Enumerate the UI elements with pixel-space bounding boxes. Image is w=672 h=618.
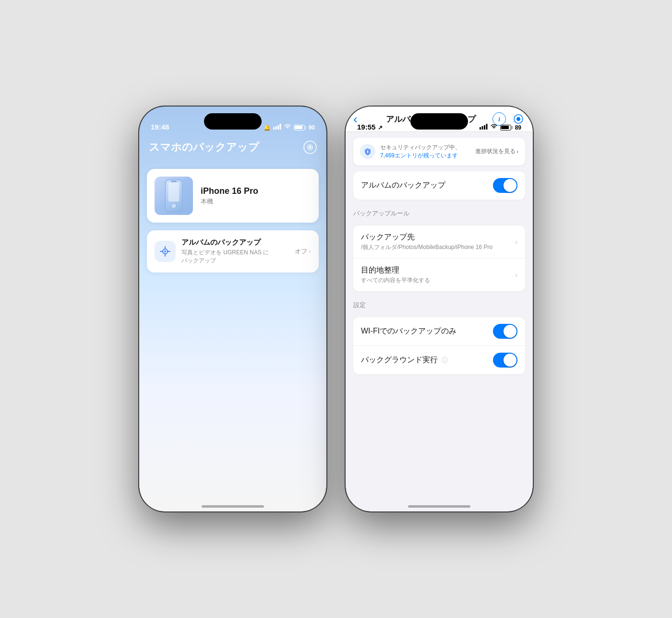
backup-text: アルバムのバックアップ 写真とビデオを UGREEN NAS にバックアップ xyxy=(181,238,289,265)
device-name: iPhone 16 Pro xyxy=(201,186,258,196)
backup-destination-label: バックアップ先 xyxy=(361,232,515,242)
svg-rect-9 xyxy=(171,181,177,183)
organize-row[interactable]: 目的地整理 すべての内容を平準化する › xyxy=(353,259,525,291)
record-icon[interactable] xyxy=(303,141,317,154)
battery-percent-2: 89 xyxy=(515,124,521,131)
security-icon xyxy=(360,144,375,159)
svg-rect-3 xyxy=(279,124,281,130)
backup-desc: 写真とビデオを UGREEN NAS にバックアップ xyxy=(181,249,289,265)
svg-rect-19 xyxy=(484,125,485,130)
svg-rect-1 xyxy=(275,126,276,130)
home-indicator-1 xyxy=(202,505,264,508)
organize-text: 目的地整理 すべての内容を平準化する xyxy=(361,265,515,285)
backup-rules-label: バックアップルール xyxy=(346,205,533,220)
organize-label: 目的地整理 xyxy=(361,265,515,275)
backup-destination-sublabel: /個人フォルダ/Photos/MobileBackup/iPhone 16 Pr… xyxy=(361,243,515,251)
status-icons-1: 🔔 xyxy=(264,124,315,131)
backup-icon-box xyxy=(155,241,176,262)
svg-rect-18 xyxy=(481,126,483,130)
organize-sublabel: すべての内容を平準化する xyxy=(361,276,515,285)
device-card[interactable]: iPhone 16 Pro 本機 xyxy=(147,169,319,223)
svg-rect-17 xyxy=(480,127,481,130)
phone-1: 19:48 🔔 xyxy=(139,107,326,511)
security-text: セキュリティバックアップ中、 7,469エントリが残っています xyxy=(380,143,470,160)
svg-rect-2 xyxy=(277,125,279,130)
device-label: 本機 xyxy=(201,197,258,206)
svg-point-8 xyxy=(171,203,177,209)
dynamic-island-2 xyxy=(410,113,468,130)
security-link[interactable]: 進捗状況を見る › xyxy=(475,147,518,155)
svg-point-12 xyxy=(164,250,166,252)
wifi-icon-2 xyxy=(490,124,498,131)
backup-name: アルバムのバックアップ xyxy=(181,238,289,247)
phone1-title: スマホのバックアップ xyxy=(149,140,259,154)
device-info: iPhone 16 Pro 本機 xyxy=(201,186,258,206)
signal-icon xyxy=(273,124,281,131)
backup-rules-section: バックアップ先 /個人フォルダ/Photos/MobileBackup/iPho… xyxy=(353,226,525,291)
battery-icon xyxy=(294,125,306,131)
security-notice[interactable]: セキュリティバックアップ中、 7,469エントリが残っています 進捗状況を見る … xyxy=(353,138,525,166)
bell-icon: 🔔 xyxy=(264,124,271,131)
svg-rect-20 xyxy=(486,124,487,130)
backup-status: オフ › xyxy=(295,247,311,256)
device-image xyxy=(155,177,193,215)
direction-icon: ↗ xyxy=(378,124,383,131)
phone2-screen: 19:55 ↗ xyxy=(346,107,533,511)
home-indicator-2 xyxy=(408,505,470,508)
svg-rect-0 xyxy=(273,127,275,130)
svg-point-5 xyxy=(309,146,312,149)
wifi-only-label: WI-FIでのバックアップのみ xyxy=(361,326,456,336)
chevron-icon-dest: › xyxy=(515,238,517,246)
security-main-text: セキュリティバックアップ中、 7,469エントリが残っています xyxy=(380,143,470,160)
svg-rect-7 xyxy=(168,182,180,202)
settings-label: 設定 xyxy=(346,297,533,311)
status-time-1: 19:48 xyxy=(151,123,169,131)
chevron-right-icon: › xyxy=(516,148,518,155)
signal-icon-2 xyxy=(480,124,488,131)
wifi-only-toggle[interactable] xyxy=(493,324,517,339)
battery-percent: 90 xyxy=(309,124,315,131)
backup-card[interactable]: アルバムのバックアップ 写真とビデオを UGREEN NAS にバックアップ オ… xyxy=(147,230,319,273)
background-label: バックグラウンド実行 ⓘ xyxy=(361,355,448,365)
backup-destination-text: バックアップ先 /個人フォルダ/Photos/MobileBackup/iPho… xyxy=(361,232,515,251)
chevron-icon: › xyxy=(309,248,311,255)
backup-destination-row[interactable]: バックアップ先 /個人フォルダ/Photos/MobileBackup/iPho… xyxy=(353,226,525,259)
backup-toggle[interactable] xyxy=(493,178,517,193)
chevron-icon-org: › xyxy=(515,271,517,279)
wifi-icon xyxy=(284,124,291,131)
background-row: バックグラウンド実行 ⓘ xyxy=(353,346,525,374)
status-time-2: 19:55 ↗ xyxy=(357,123,383,131)
wifi-only-row: WI-FIでのバックアップのみ xyxy=(353,317,525,346)
backup-toggle-label: アルバムのバックアップ xyxy=(361,180,445,190)
phone1-screen: 19:48 🔔 xyxy=(139,107,326,511)
background-toggle[interactable] xyxy=(493,353,517,368)
info-icon-small: ⓘ xyxy=(442,357,448,364)
status-icons-2: 89 xyxy=(480,124,521,131)
phone1-content: 19:48 🔔 xyxy=(139,107,326,511)
backup-toggle-row: アルバムのバックアップ xyxy=(353,171,525,200)
dynamic-island xyxy=(204,113,262,130)
settings-section: WI-FIでのバックアップのみ バックグラウンド実行 ⓘ xyxy=(353,317,525,374)
phone-2: 19:55 ↗ xyxy=(346,107,533,511)
backup-toggle-section: アルバムのバックアップ xyxy=(353,171,525,200)
phone2-content: 19:55 ↗ xyxy=(346,107,533,511)
battery-icon-2 xyxy=(500,125,513,131)
